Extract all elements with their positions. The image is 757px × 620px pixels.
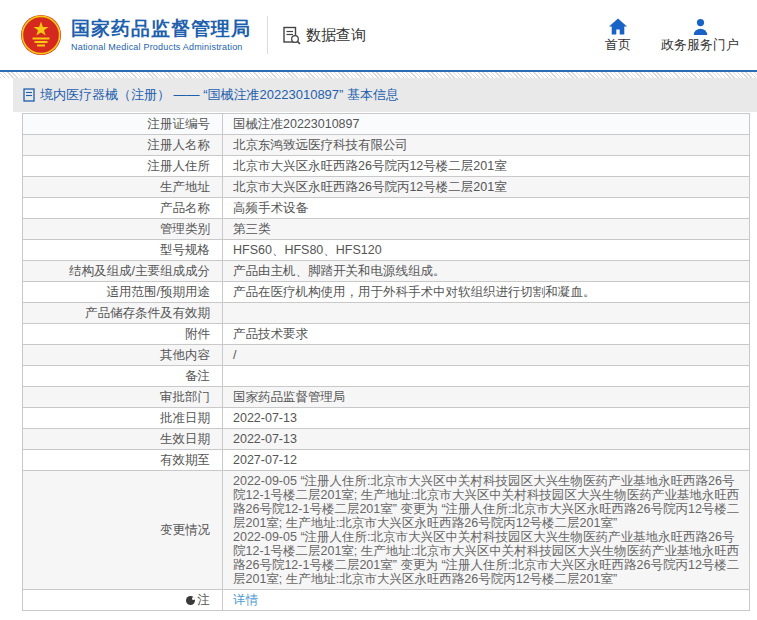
nav-item-home[interactable]: 首页 (605, 18, 631, 52)
row-label: 产品储存条件及有效期 (23, 303, 223, 323)
row-label: 附件 (23, 324, 223, 344)
row-label: 结构及组成/主要组成成分 (23, 261, 223, 281)
home-icon (608, 18, 628, 35)
row-value: 详情 (223, 590, 749, 610)
header-divider (267, 16, 268, 54)
change-paragraph: 2022-09-05 “注册人住所:北京市大兴区中关村科技园区大兴生物医药产业基… (233, 530, 741, 586)
nav-home-label: 首页 (605, 38, 631, 52)
table-row: 结构及组成/主要组成成分产品由主机、脚踏开关和电源线组成。 (23, 261, 749, 282)
page-doc-icon (23, 88, 35, 102)
row-label: 注册证编号 (23, 114, 223, 134)
row-value: 2022-07-13 (223, 429, 749, 449)
row-label: 产品名称 (23, 198, 223, 218)
data-query-label: 数据查询 (306, 26, 366, 45)
row-label: 注册人名称 (23, 135, 223, 155)
table-row: 生效日期2022-07-13 (23, 429, 749, 450)
row-label: 批准日期 (23, 408, 223, 428)
document-search-icon (282, 26, 301, 45)
table-row: 变更情况2022-09-05 “注册人住所:北京市大兴区中关村科技园区大兴生物医… (23, 471, 749, 590)
table-row: 附件产品技术要求 (23, 324, 749, 345)
table-row: 有效期至2027-07-12 (23, 450, 749, 471)
row-value: 高频手术设备 (223, 198, 749, 218)
nav-gov-portal-label: 政务服务门户 (661, 38, 739, 52)
row-value (223, 366, 749, 386)
row-value: 北京市大兴区永旺西路26号院丙12号楼二层201室 (223, 156, 749, 176)
table-row: 注详情 (23, 590, 749, 611)
row-label: 其他内容 (23, 345, 223, 365)
change-paragraph: 2022-09-05 “注册人住所:北京市大兴区中关村科技园区大兴生物医药产业基… (233, 474, 741, 530)
row-value: 产品由主机、脚踏开关和电源线组成。 (223, 261, 749, 281)
row-label: 生效日期 (23, 429, 223, 449)
row-label: 备注 (23, 366, 223, 386)
table-row: 型号规格HFS60、HFS80、HFS120 (23, 240, 749, 261)
org-name-zh: 国家药品监督管理局 (71, 17, 251, 41)
header-nav: 首页 政务服务门户 (605, 18, 739, 52)
table-row: 产品名称高频手术设备 (23, 198, 749, 219)
table-row: 其他内容/ (23, 345, 749, 366)
table-row: 审批部门国家药品监督管理局 (23, 387, 749, 408)
site-logo[interactable]: 国家药品监督管理局 National Medical Products Admi… (20, 14, 251, 56)
site-header: 国家药品监督管理局 National Medical Products Admi… (0, 0, 757, 70)
table-row: 产品储存条件及有效期 (23, 303, 749, 324)
table-row: 注册证编号国械注准20223010897 (23, 114, 749, 135)
row-value: 2022-09-05 “注册人住所:北京市大兴区中关村科技园区大兴生物医药产业基… (223, 471, 749, 589)
row-value: 第三类 (223, 219, 749, 239)
row-label: 注册人住所 (23, 156, 223, 176)
row-value: 北京东鸿致远医疗科技有限公司 (223, 135, 749, 155)
table-row: 批准日期2022-07-13 (23, 408, 749, 429)
row-value (223, 303, 749, 323)
row-value: 国械注准20223010897 (223, 114, 749, 134)
row-label: 有效期至 (23, 450, 223, 470)
row-value: / (223, 345, 749, 365)
row-label: 型号规格 (23, 240, 223, 260)
breadcrumb: 境内医疗器械（注册） —— “国械注准20223010897” 基本信息 (13, 78, 757, 112)
person-icon (691, 18, 710, 35)
row-label: 变更情况 (23, 471, 223, 589)
row-label: 审批部门 (23, 387, 223, 407)
note-circle-icon (186, 596, 195, 605)
row-label: 注 (23, 590, 223, 610)
row-value: 产品技术要求 (223, 324, 749, 344)
table-row: 备注 (23, 366, 749, 387)
row-value: HFS60、HFS80、HFS120 (223, 240, 749, 260)
nav-item-gov-portal[interactable]: 政务服务门户 (661, 18, 739, 52)
row-value: 2027-07-12 (223, 450, 749, 470)
row-value: 产品在医疗机构使用，用于外科手术中对软组织进行切割和凝血。 (223, 282, 749, 302)
details-link[interactable]: 详情 (233, 593, 741, 607)
org-name-en: National Medical Products Administration (71, 41, 251, 53)
row-label: 管理类别 (23, 219, 223, 239)
table-row: 管理类别第三类 (23, 219, 749, 240)
info-table: 注册证编号国械注准20223010897注册人名称北京东鸿致远医疗科技有限公司注… (22, 113, 750, 611)
row-label: 生产地址 (23, 177, 223, 197)
table-row: 适用范围/预期用途产品在医疗机构使用，用于外科手术中对软组织进行切割和凝血。 (23, 282, 749, 303)
table-row: 生产地址北京市大兴区永旺西路26号院丙12号楼二层201室 (23, 177, 749, 198)
breadcrumb-text: 境内医疗器械（注册） —— “国械注准20223010897” 基本信息 (40, 86, 399, 104)
table-row: 注册人住所北京市大兴区永旺西路26号院丙12号楼二层201室 (23, 156, 749, 177)
row-value: 国家药品监督管理局 (223, 387, 749, 407)
national-emblem-icon (20, 14, 62, 56)
table-row: 注册人名称北京东鸿致远医疗科技有限公司 (23, 135, 749, 156)
row-label: 适用范围/预期用途 (23, 282, 223, 302)
data-query-section[interactable]: 数据查询 (282, 26, 366, 45)
row-value: 2022-07-13 (223, 408, 749, 428)
row-value: 北京市大兴区永旺西路26号院丙12号楼二层201室 (223, 177, 749, 197)
